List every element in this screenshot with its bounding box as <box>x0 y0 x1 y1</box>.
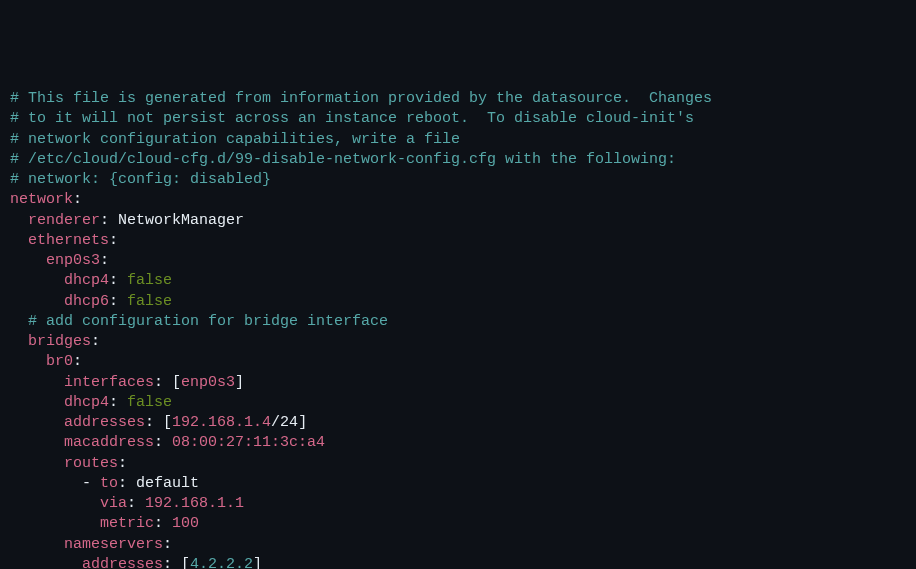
yaml-value-renderer: NetworkManager <box>118 212 244 229</box>
yaml-key-renderer: renderer <box>28 212 100 229</box>
colon: : <box>100 252 109 269</box>
yaml-key-macaddress: macaddress <box>64 434 154 451</box>
yaml-key-network: network <box>10 191 73 208</box>
left-bracket: [ <box>172 374 181 391</box>
left-bracket: [ <box>181 556 190 569</box>
yaml-key-br0: br0 <box>46 353 73 370</box>
colon: : <box>154 515 163 532</box>
yaml-value-false: false <box>127 394 172 411</box>
colon: : <box>109 394 118 411</box>
yaml-value-false: false <box>127 293 172 310</box>
colon: : <box>118 475 127 492</box>
comment-line: # to it will not persist across an insta… <box>10 110 694 127</box>
yaml-key-to: to <box>100 475 118 492</box>
yaml-value-to: default <box>136 475 199 492</box>
yaml-value-metric: 100 <box>172 515 199 532</box>
yaml-key-via: via <box>100 495 127 512</box>
yaml-key-dhcp4: dhcp4 <box>64 272 109 289</box>
yaml-key-addresses: addresses <box>82 556 163 569</box>
comment-line: # network configuration capabilities, wr… <box>10 131 460 148</box>
right-bracket: ] <box>298 414 307 431</box>
yaml-value-nameserver: 4.2.2.2 <box>190 556 253 569</box>
colon: : <box>109 232 118 249</box>
right-bracket: ] <box>235 374 244 391</box>
colon: : <box>73 353 82 370</box>
yaml-value-interface: enp0s3 <box>181 374 235 391</box>
colon: : <box>109 272 118 289</box>
comment-line: # This file is generated from informatio… <box>10 90 712 107</box>
yaml-value-cidr: /24 <box>271 414 298 431</box>
yaml-key-addresses: addresses <box>64 414 145 431</box>
dash: - <box>82 475 100 492</box>
yaml-key-routes: routes <box>64 455 118 472</box>
yaml-key-metric: metric <box>100 515 154 532</box>
colon: : <box>154 434 163 451</box>
left-bracket: [ <box>163 414 172 431</box>
colon: : <box>163 556 172 569</box>
colon: : <box>109 293 118 310</box>
yaml-value-address-ip: 192.168.1.4 <box>172 414 271 431</box>
colon: : <box>127 495 136 512</box>
yaml-key-ethernets: ethernets <box>28 232 109 249</box>
yaml-value-via: 192.168.1.1 <box>145 495 244 512</box>
colon: : <box>91 333 100 350</box>
yaml-value-mac: 08:00:27:11:3c:a4 <box>172 434 325 451</box>
editor-content[interactable]: # This file is generated from informatio… <box>10 89 906 569</box>
comment-line: # /etc/cloud/cloud-cfg.d/99-disable-netw… <box>10 151 676 168</box>
yaml-value-false: false <box>127 272 172 289</box>
colon: : <box>145 414 154 431</box>
colon: : <box>163 536 172 553</box>
yaml-key-nameservers: nameservers <box>64 536 163 553</box>
colon: : <box>100 212 109 229</box>
yaml-key-dhcp4: dhcp4 <box>64 394 109 411</box>
right-bracket: ] <box>253 556 262 569</box>
yaml-key-enp0s3: enp0s3 <box>46 252 100 269</box>
comment-line: # network: {config: disabled} <box>10 171 271 188</box>
colon: : <box>154 374 163 391</box>
yaml-key-bridges: bridges <box>28 333 91 350</box>
colon: : <box>73 191 82 208</box>
yaml-key-dhcp6: dhcp6 <box>64 293 109 310</box>
yaml-key-interfaces: interfaces <box>64 374 154 391</box>
comment-line: # add configuration for bridge interface <box>28 313 388 330</box>
colon: : <box>118 455 127 472</box>
